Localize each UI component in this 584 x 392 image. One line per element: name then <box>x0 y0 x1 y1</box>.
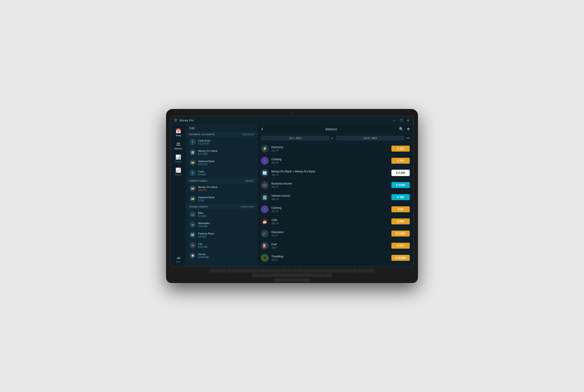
account-national-bank-payment[interactable]: 💳 National Bank $ 15,410 <box>186 158 257 168</box>
transfer-date: July 24 <box>272 174 392 176</box>
account-parking[interactable]: 🅿 Parking Place $ 8,900 <box>186 230 257 240</box>
car-name: Car <box>198 242 254 245</box>
business-income-icon: 💼 <box>261 181 269 189</box>
account-house[interactable]: 🏠 House $ 260,000 <box>186 250 257 261</box>
sidebar-item-balance[interactable]: ⚖ Balance <box>170 139 186 152</box>
today-icon: 📅 <box>176 128 181 134</box>
education-date: July 9 <box>272 234 392 237</box>
minimize-button[interactable]: — <box>392 118 396 122</box>
sidebar-label-budget: Budget <box>175 160 182 163</box>
interest-income-name: Interest income <box>272 194 392 197</box>
sidebar-item-today[interactable]: 📅 Today <box>170 126 186 139</box>
sidebar-item-reports[interactable]: 📈 Reports <box>170 165 186 178</box>
add-icon[interactable]: ✚ <box>407 127 410 131</box>
transfer-amount: $ 2,200 <box>392 170 410 176</box>
transaction-business-income[interactable]: 💼 Business income July 20 $ 3,600 <box>257 179 414 191</box>
electricity-date: July 30 <box>272 149 392 152</box>
national-bank-credit-name: National Bank <box>198 196 254 199</box>
download-icon[interactable]: ⬇ <box>261 127 264 131</box>
business-income-date: July 20 <box>272 186 392 188</box>
sidebar: 📅 Today ⚖ Balance 📊 Budget 📈 Reports <box>170 124 186 266</box>
cash-balance: $ 4,020 <box>198 173 254 176</box>
hamburger-menu[interactable]: ☰ <box>174 118 177 122</box>
transactions-list: ⚡ Electricity July 30 $ 120 👗 Clothing <box>257 143 414 266</box>
travelling-amount: $ 10,800 <box>392 255 410 261</box>
camera <box>291 113 293 115</box>
travelling-name: Travelling <box>272 255 392 258</box>
money-pro-bank-credit-balance: ($5,031) <box>198 189 254 192</box>
account-motorbike[interactable]: 🏍 Motorbike $ 14,400 <box>186 220 257 230</box>
payment-section-title: PAYMENT ACCOUNTS <box>190 133 214 136</box>
national-bank-credit-icon: 💳 <box>190 196 196 202</box>
touchpad[interactable] <box>274 278 310 282</box>
cafe-date: July 10 <box>272 222 392 224</box>
accounts-panel-header: Edit <box>186 124 257 132</box>
account-money-pro-bank-payment[interactable]: 🏦 Money Pro Bank $ 17,679 <box>186 147 257 158</box>
keyboard <box>166 267 418 283</box>
fuel-date: July 7 <box>272 246 392 249</box>
transfer-icon: 🔄 <box>261 169 269 177</box>
transaction-cafe[interactable]: ☕ Cafe July 10 $ 800 <box>257 216 414 228</box>
laptop-screen: ☰ Money Pro — ❐ ✕ 📅 Today ⚖ Balance <box>170 116 414 267</box>
car-balance: $ 50,000 <box>198 246 254 248</box>
date-more-button[interactable]: ••• <box>406 136 410 140</box>
transaction-clothing-1[interactable]: 👗 Clothing July 26 $ 700 <box>257 155 414 167</box>
balance-icon: ⚖ <box>176 141 180 147</box>
window-controls: — ❐ ✕ <box>392 118 410 122</box>
transaction-education[interactable]: 🎓 Education July 9 $ 1,000 <box>257 228 414 240</box>
bike-icon: 🚲 <box>190 211 196 218</box>
edit-label[interactable]: Edit <box>190 126 194 130</box>
account-money-pro-bank-credit[interactable]: 💳 Money Pro Bank ($5,031) <box>186 184 257 194</box>
car-icon: 🚗 <box>190 242 196 248</box>
bike-balance: $ 1,000 <box>198 214 254 217</box>
account-cash[interactable]: $ Cash $ 4,020 <box>186 168 257 178</box>
titlebar: ☰ Money Pro — ❐ ✕ <box>170 116 414 124</box>
motorbike-icon: 🏍 <box>190 222 196 228</box>
cash-euro-icon: € <box>190 139 196 145</box>
search-icon[interactable]: 🔍 <box>399 127 404 131</box>
maximize-button[interactable]: ❐ <box>399 118 403 122</box>
transaction-fuel[interactable]: ⛽ Fuel July 7 $ 247 <box>257 240 414 252</box>
account-bike[interactable]: 🚲 Bike $ 1,000 <box>186 209 257 220</box>
budget-icon: 📊 <box>176 154 181 160</box>
payment-accounts-header: PAYMENT ACCOUNTS $ 39,715.55 <box>186 132 257 137</box>
education-name: Education <box>272 230 392 234</box>
sidebar-item-budget[interactable]: 📊 Budget <box>170 152 186 165</box>
education-icon: 🎓 <box>261 230 269 238</box>
money-pro-bank-payment-balance: $ 17,679 <box>198 152 254 155</box>
account-car[interactable]: 🚗 Car $ 50,000 <box>186 240 257 250</box>
national-bank-credit-balance: $ 340 <box>198 199 254 202</box>
clothing-1-icon: 👗 <box>261 157 269 165</box>
transaction-travelling[interactable]: ✈ Travelling July 5 $ 10,800 <box>257 252 414 264</box>
other-section-title: OTHER ASSETS <box>190 206 208 208</box>
transaction-transfer[interactable]: 🔄 Money Pro Bank > Money Pro Bank July 2… <box>257 167 414 179</box>
close-button[interactable]: ✕ <box>406 118 410 122</box>
electricity-icon: ⚡ <box>261 145 269 152</box>
transaction-clothing-2[interactable]: 👗 Clothing July 12 $ 38 <box>257 203 414 216</box>
clothing-1-name: Clothing <box>272 158 392 161</box>
travelling-icon: ✈ <box>261 254 269 262</box>
bike-name: Bike <box>198 212 254 214</box>
money-pro-bank-payment-icon: 🏦 <box>190 149 196 156</box>
account-cash-euro[interactable]: € Cash Euro € 2,372.97 <box>186 137 257 147</box>
house-balance: $ 260,000 <box>198 256 254 258</box>
cash-name: Cash <box>198 170 254 173</box>
account-national-bank-credit[interactable]: 💳 National Bank $ 340 <box>186 194 257 204</box>
transaction-electricity[interactable]: ⚡ Electricity July 30 $ 120 <box>257 143 414 155</box>
date-arrow-icon: ▶ <box>332 136 334 140</box>
balance-actions: 🔍 ✚ <box>399 127 410 131</box>
sidebar-label-sync: Sync <box>176 260 180 263</box>
money-pro-bank-credit-icon: 💳 <box>190 185 196 192</box>
sidebar-label-today: Today <box>176 134 181 137</box>
date-end-button[interactable]: Jul 31, 2023 <box>336 136 404 140</box>
fuel-amount: $ 247 <box>392 243 410 249</box>
house-icon: 🏠 <box>190 252 196 259</box>
sidebar-item-sync[interactable]: ☁ Sync <box>170 252 186 265</box>
sidebar-label-balance: Balance <box>174 148 182 150</box>
date-start-button[interactable]: Jul 1, 2023 <box>261 136 330 140</box>
transaction-interest-income[interactable]: 🏦 Interest income July 15 $ 400 <box>257 191 414 203</box>
electricity-amount: $ 120 <box>392 146 410 152</box>
clothing-2-amount: $ 38 <box>392 206 410 212</box>
app-body: 📅 Today ⚖ Balance 📊 Budget 📈 Reports <box>170 124 414 266</box>
motorbike-balance: $ 14,400 <box>198 225 254 228</box>
